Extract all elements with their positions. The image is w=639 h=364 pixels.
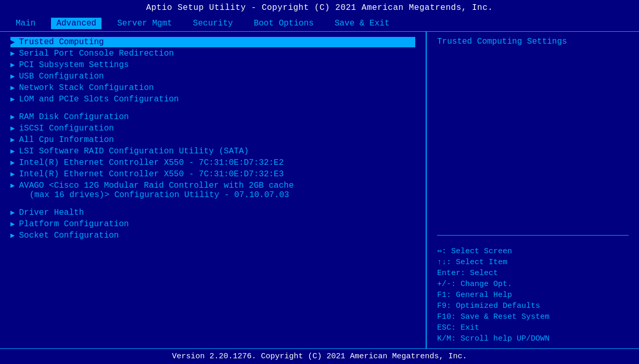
menu-item-boot-options[interactable]: Boot Options	[249, 18, 319, 29]
menu-entry-text-15: Driver Health	[19, 208, 415, 217]
menu-entry-13[interactable]: ▶AVAGO <Cisco 12G Modular Raid Controlle…	[10, 180, 415, 200]
key-help-item-2: Enter: Select	[437, 269, 629, 278]
arrow-icon-13: ▶	[10, 181, 15, 190]
menu-entry-text-16: Platform Configuration	[19, 219, 415, 229]
footer-text: Version 2.20.1276. Copyright (C) 2021 Am…	[172, 352, 467, 361]
right-panel-divider	[437, 235, 629, 236]
key-help: ⇔: Select Screen↑↓: Select ItemEnter: Se…	[437, 246, 629, 343]
menu-entry-4[interactable]: ▶Network Stack Configuration	[10, 83, 415, 93]
menu-entry-text-5: LOM and PCIe Slots Configuration	[19, 95, 415, 104]
arrow-icon-12: ▶	[10, 170, 15, 178]
menu-entry-line1-13: AVAGO <Cisco 12G Modular Raid Controller…	[19, 181, 293, 190]
spacer-14	[10, 201, 415, 206]
menu-item-save-&-exit[interactable]: Save & Exit	[329, 18, 395, 29]
key-help-item-5: F9: Optimized Defaults	[437, 302, 629, 310]
arrow-icon-4: ▶	[10, 83, 15, 92]
menu-entry-text-0: Trusted Computing	[19, 37, 415, 47]
menu-entry-10[interactable]: ▶LSI Software RAID Configuration Utility…	[10, 146, 415, 157]
arrow-icon-9: ▶	[10, 135, 15, 144]
key-help-item-1: ↑↓: Select Item	[437, 258, 629, 267]
key-help-item-4: F1: General Help	[437, 291, 629, 300]
arrow-icon-15: ▶	[10, 208, 15, 217]
arrow-icon-16: ▶	[10, 219, 15, 228]
arrow-icon-7: ▶	[10, 112, 15, 121]
menu-entry-5[interactable]: ▶LOM and PCIe Slots Configuration	[10, 94, 415, 105]
menu-entry-text-2: PCI Subsystem Settings	[19, 60, 415, 70]
main-content: ▶Trusted Computing▶Serial Port Console R…	[0, 32, 639, 348]
menu-entry-2[interactable]: ▶PCI Subsystem Settings	[10, 60, 415, 70]
menu-entry-text-4: Network Stack Configuration	[19, 83, 415, 93]
menu-entry-text-10: LSI Software RAID Configuration Utility …	[19, 147, 415, 156]
menu-entry-text-11: Intel(R) Ethernet Controller X550 - 7C:3…	[19, 158, 415, 167]
menu-entry-12[interactable]: ▶Intel(R) Ethernet Controller X550 - 7C:…	[10, 169, 415, 179]
arrow-icon-8: ▶	[10, 124, 15, 133]
arrow-icon-1: ▶	[10, 49, 15, 58]
arrow-icon-11: ▶	[10, 158, 15, 167]
key-help-item-0: ⇔: Select Screen	[437, 246, 629, 256]
title-bar: Aptio Setup Utility - Copyright (C) 2021…	[0, 0, 639, 16]
footer: Version 2.20.1276. Copyright (C) 2021 Am…	[0, 348, 639, 364]
arrow-icon-17: ▶	[10, 231, 15, 240]
menu-item-advanced[interactable]: Advanced	[51, 18, 101, 29]
menu-entry-0[interactable]: ▶Trusted Computing	[10, 37, 415, 47]
menu-entry-3[interactable]: ▶USB Configuration	[10, 71, 415, 82]
key-help-item-6: F10: Save & Reset System	[437, 313, 629, 321]
menu-entry-15[interactable]: ▶Driver Health	[10, 207, 415, 218]
arrow-icon-3: ▶	[10, 72, 15, 81]
menu-entry-7[interactable]: ▶RAM Disk Configuration	[10, 112, 415, 122]
menu-entry-text-17: Socket Configuration	[19, 231, 415, 240]
arrow-icon-0: ▶	[10, 37, 15, 46]
menu-entry-text-7: RAM Disk Configuration	[19, 112, 415, 122]
spacer-6	[10, 106, 415, 111]
menu-entry-text-1: Serial Port Console Redirection	[19, 49, 415, 58]
menu-entry-text-13: AVAGO <Cisco 12G Modular Raid Controller…	[19, 181, 293, 200]
arrow-icon-10: ▶	[10, 147, 15, 155]
menu-entry-9[interactable]: ▶All Cpu Information	[10, 135, 415, 145]
bios-screen: Aptio Setup Utility - Copyright (C) 2021…	[0, 0, 639, 364]
menu-item-server-mgmt[interactable]: Server Mgmt	[112, 18, 177, 29]
menu-entry-text-8: iSCSI Configuration	[19, 124, 415, 133]
key-help-item-8: K/M: Scroll help UP/DOWN	[437, 334, 629, 343]
title-text: Aptio Setup Utility - Copyright (C) 2021…	[146, 3, 493, 12]
arrow-icon-2: ▶	[10, 60, 15, 69]
left-panel: ▶Trusted Computing▶Serial Port Console R…	[0, 32, 427, 348]
arrow-icon-5: ▶	[10, 95, 15, 103]
right-panel-title: Trusted Computing Settings	[437, 37, 629, 46]
menu-item-main[interactable]: Main	[10, 18, 41, 29]
right-panel: Trusted Computing Settings ⇔: Select Scr…	[427, 32, 639, 348]
menu-entry-line2-13: (max 16 drives)> Configuration Utility -…	[19, 190, 293, 200]
menu-entry-1[interactable]: ▶Serial Port Console Redirection	[10, 48, 415, 59]
key-help-item-3: +/-: Change Opt.	[437, 280, 629, 289]
menu-entry-17[interactable]: ▶Socket Configuration	[10, 230, 415, 241]
menu-item-security[interactable]: Security	[188, 18, 238, 29]
menu-entry-text-3: USB Configuration	[19, 72, 415, 81]
menu-entry-16[interactable]: ▶Platform Configuration	[10, 219, 415, 229]
menu-entry-8[interactable]: ▶iSCSI Configuration	[10, 123, 415, 134]
menu-entry-11[interactable]: ▶Intel(R) Ethernet Controller X550 - 7C:…	[10, 158, 415, 168]
menu-entry-text-12: Intel(R) Ethernet Controller X550 - 7C:3…	[19, 170, 415, 179]
key-help-item-7: ESC: Exit	[437, 323, 629, 332]
menu-entry-text-9: All Cpu Information	[19, 135, 415, 145]
menu-bar: MainAdvancedServer MgmtSecurityBoot Opti…	[0, 16, 639, 32]
